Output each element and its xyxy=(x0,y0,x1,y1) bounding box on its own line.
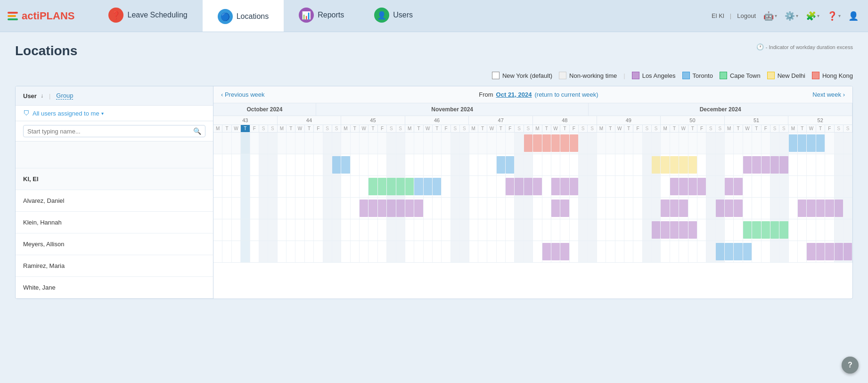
cal-cell-alvarez-daniel-14[interactable] xyxy=(341,154,350,175)
cal-cell-klein-hannah-30[interactable] xyxy=(487,176,496,197)
cal-cell-alvarez-daniel-25[interactable] xyxy=(442,154,450,175)
cal-cell-alvarez-daniel-40[interactable] xyxy=(579,154,588,175)
cal-cell-white-jane-58[interactable] xyxy=(743,241,752,262)
cal-cell-meyers-allison-62[interactable] xyxy=(779,198,788,219)
cal-cell-kl-el-2[interactable] xyxy=(232,133,241,154)
cal-cell-kl-el-57[interactable] xyxy=(734,133,743,154)
cal-cell-klein-hannah-21[interactable] xyxy=(405,176,414,197)
cal-cell-white-jane-54[interactable] xyxy=(706,241,715,262)
cal-cell-kl-el-51[interactable] xyxy=(679,133,688,154)
cal-cell-kl-el-11[interactable] xyxy=(314,133,323,154)
cal-cell-meyers-allison-35[interactable] xyxy=(533,198,542,219)
cal-cell-alvarez-daniel-63[interactable] xyxy=(789,154,798,175)
cal-cell-meyers-allison-50[interactable] xyxy=(670,198,679,219)
cal-cell-kl-el-50[interactable] xyxy=(670,133,679,154)
cal-cell-alvarez-daniel-8[interactable] xyxy=(287,154,295,175)
cal-cell-klein-hannah-58[interactable] xyxy=(743,176,752,197)
cal-cell-white-jane-30[interactable] xyxy=(487,241,496,262)
cal-cell-meyers-allison-17[interactable] xyxy=(368,198,377,219)
cal-cell-klein-hannah-44[interactable] xyxy=(615,176,624,197)
nav-leave-scheduling[interactable]: ❓ Leave Scheduling xyxy=(93,0,202,32)
cal-cell-kl-el-52[interactable] xyxy=(688,133,697,154)
cal-cell-klein-hannah-48[interactable] xyxy=(652,176,661,197)
cal-cell-white-jane-14[interactable] xyxy=(341,241,350,262)
cal-cell-kl-el-54[interactable] xyxy=(706,133,715,154)
cal-cell-meyers-allison-40[interactable] xyxy=(579,198,588,219)
cal-cell-klein-hannah-62[interactable] xyxy=(779,176,788,197)
cal-cell-alvarez-daniel-38[interactable] xyxy=(560,154,569,175)
cal-cell-kl-el-15[interactable] xyxy=(351,133,360,154)
cal-cell-ramirez-maria-26[interactable] xyxy=(451,219,460,241)
cal-cell-kl-el-32[interactable] xyxy=(506,133,515,154)
cal-cell-white-jane-44[interactable] xyxy=(615,241,624,262)
cal-cell-alvarez-daniel-32[interactable] xyxy=(506,154,515,175)
cal-cell-ramirez-maria-13[interactable] xyxy=(332,219,341,241)
cal-cell-kl-el-48[interactable] xyxy=(652,133,661,154)
cal-cell-white-jane-8[interactable] xyxy=(287,241,295,262)
cal-cell-meyers-allison-16[interactable] xyxy=(360,198,368,219)
cal-cell-kl-el-67[interactable] xyxy=(825,133,834,154)
cal-cell-kl-el-14[interactable] xyxy=(341,133,350,154)
cal-cell-ramirez-maria-38[interactable] xyxy=(560,219,569,241)
cal-cell-alvarez-daniel-28[interactable] xyxy=(469,154,478,175)
cal-cell-ramirez-maria-42[interactable] xyxy=(597,219,606,241)
cal-cell-ramirez-maria-25[interactable] xyxy=(442,219,450,241)
cal-cell-alvarez-daniel-31[interactable] xyxy=(497,154,506,175)
cal-cell-meyers-allison-15[interactable] xyxy=(351,198,360,219)
cal-cell-meyers-allison-20[interactable] xyxy=(396,198,405,219)
cal-cell-white-jane-0[interactable] xyxy=(213,241,222,262)
cal-cell-kl-el-66[interactable] xyxy=(816,133,825,154)
cal-cell-meyers-allison-30[interactable] xyxy=(487,198,496,219)
cal-cell-white-jane-1[interactable] xyxy=(222,241,231,262)
cal-cell-kl-el-30[interactable] xyxy=(487,133,496,154)
cal-cell-kl-el-12[interactable] xyxy=(323,133,332,154)
cal-cell-white-jane-43[interactable] xyxy=(606,241,615,262)
cal-cell-alvarez-daniel-49[interactable] xyxy=(661,154,670,175)
cal-cell-white-jane-55[interactable] xyxy=(716,241,725,262)
cal-cell-meyers-allison-2[interactable] xyxy=(232,198,241,219)
cal-cell-white-jane-57[interactable] xyxy=(734,241,743,262)
cal-cell-klein-hannah-14[interactable] xyxy=(341,176,350,197)
cal-cell-klein-hannah-3[interactable] xyxy=(241,176,250,197)
cal-cell-meyers-allison-47[interactable] xyxy=(643,198,652,219)
cal-cell-klein-hannah-47[interactable] xyxy=(643,176,652,197)
cal-cell-kl-el-16[interactable] xyxy=(360,133,368,154)
cal-cell-klein-hannah-5[interactable] xyxy=(259,176,268,197)
cal-cell-kl-el-47[interactable] xyxy=(643,133,652,154)
cal-cell-meyers-allison-27[interactable] xyxy=(460,198,469,219)
cal-cell-ramirez-maria-69[interactable] xyxy=(843,219,852,241)
nav-reports[interactable]: 📊 Reports xyxy=(284,0,359,32)
cal-cell-ramirez-maria-37[interactable] xyxy=(551,219,560,241)
cal-cell-white-jane-36[interactable] xyxy=(542,241,551,262)
cal-cell-white-jane-51[interactable] xyxy=(679,241,688,262)
cal-cell-klein-hannah-22[interactable] xyxy=(414,176,423,197)
cal-cell-kl-el-8[interactable] xyxy=(287,133,295,154)
cal-cell-meyers-allison-59[interactable] xyxy=(752,198,761,219)
cal-cell-kl-el-35[interactable] xyxy=(533,133,542,154)
cal-cell-alvarez-daniel-68[interactable] xyxy=(835,154,843,175)
cal-cell-ramirez-maria-58[interactable] xyxy=(743,219,752,241)
cal-cell-ramirez-maria-24[interactable] xyxy=(433,219,442,241)
cal-cell-klein-hannah-57[interactable] xyxy=(734,176,743,197)
cal-cell-klein-hannah-65[interactable] xyxy=(807,176,816,197)
cal-cell-white-jane-52[interactable] xyxy=(688,241,697,262)
cal-cell-meyers-allison-38[interactable] xyxy=(560,198,569,219)
cal-cell-white-jane-3[interactable] xyxy=(241,241,250,262)
cal-cell-meyers-allison-0[interactable] xyxy=(213,198,222,219)
cal-cell-white-jane-62[interactable] xyxy=(779,241,788,262)
cal-cell-kl-el-25[interactable] xyxy=(442,133,450,154)
cal-cell-alvarez-daniel-11[interactable] xyxy=(314,154,323,175)
cal-cell-klein-hannah-50[interactable] xyxy=(670,176,679,197)
cal-cell-klein-hannah-36[interactable] xyxy=(542,176,551,197)
next-week-link[interactable]: Next week › xyxy=(812,91,845,98)
cal-cell-ramirez-maria-46[interactable] xyxy=(633,219,642,241)
cal-cell-klein-hannah-17[interactable] xyxy=(368,176,377,197)
cal-cell-klein-hannah-64[interactable] xyxy=(798,176,807,197)
cal-cell-meyers-allison-64[interactable] xyxy=(798,198,807,219)
cal-cell-klein-hannah-13[interactable] xyxy=(332,176,341,197)
cal-cell-meyers-allison-34[interactable] xyxy=(524,198,533,219)
cal-cell-kl-el-61[interactable] xyxy=(770,133,779,154)
settings-icon-btn[interactable]: ⚙️ ▾ xyxy=(783,9,800,23)
cal-cell-klein-hannah-43[interactable] xyxy=(606,176,615,197)
cal-cell-klein-hannah-66[interactable] xyxy=(816,176,825,197)
